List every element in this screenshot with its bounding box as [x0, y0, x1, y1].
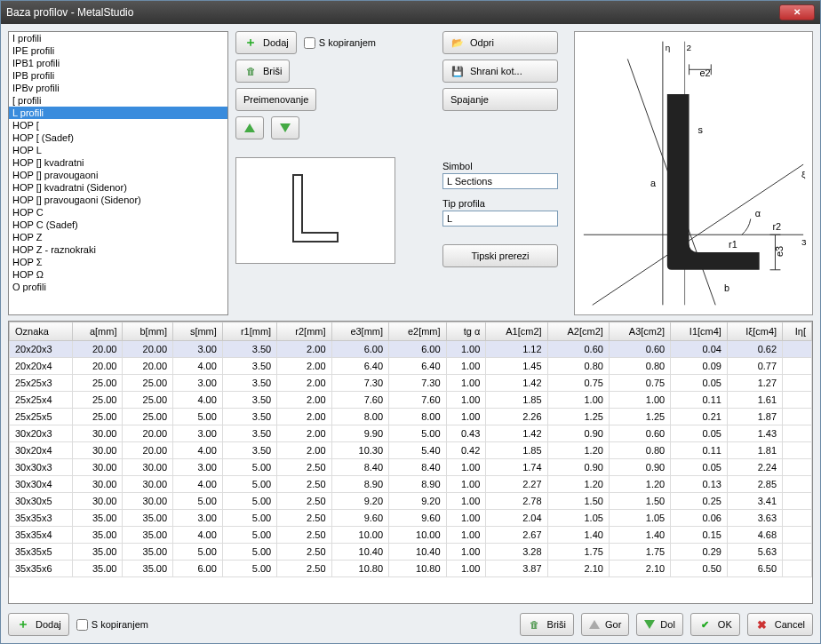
table-row[interactable]: 35x35x535.0035.005.005.002.5010.4010.401… [10, 544, 812, 561]
add-button-label: Dodaj [263, 37, 289, 48]
type-input[interactable] [442, 211, 558, 227]
column-header[interactable]: A2[cm2] [547, 322, 609, 341]
table-row[interactable]: 30x30x530.0030.005.005.002.509.209.201.0… [10, 493, 812, 510]
table-row[interactable]: 20x20x320.0020.003.003.502.006.006.001.0… [10, 341, 812, 358]
copy-checkbox-wrap[interactable]: S kopiranjem [304, 37, 376, 49]
table-cell: 35.00 [123, 510, 173, 527]
profile-data-table[interactable]: Oznakaa[mm]b[mm]s[mm]r1[mm]r2[mm]e3[mm]e… [8, 321, 813, 604]
arrow-up-icon [589, 620, 600, 629]
profile-list-item[interactable]: O profili [9, 281, 227, 293]
profile-list-item[interactable]: HOP C [9, 206, 227, 219]
column-header[interactable]: a[mm] [72, 322, 123, 341]
move-up-button[interactable] [235, 116, 264, 139]
table-row[interactable]: 35x35x335.0035.003.005.002.509.609.601.0… [10, 510, 812, 527]
table-row[interactable]: 35x35x635.0035.006.005.002.5010.8010.801… [10, 561, 812, 577]
column-header[interactable]: e2[mm] [389, 322, 447, 341]
profile-list-item[interactable]: I profili [9, 32, 227, 44]
table-cell: 30.00 [72, 493, 123, 510]
table-cell: 10.80 [331, 561, 389, 577]
table-row[interactable]: 30x30x430.0030.004.005.002.508.908.901.0… [10, 476, 812, 493]
bottom-up-button[interactable]: Gor [581, 613, 629, 636]
table-cell: 20.00 [123, 358, 173, 375]
table-cell: 25x25x4 [10, 392, 73, 409]
table-cell: 1.00 [446, 561, 486, 577]
profile-list-item[interactable]: HOP Z [9, 231, 227, 243]
table-row[interactable]: 25x25x325.0025.003.003.502.007.307.301.0… [10, 375, 812, 392]
rename-button[interactable]: Preimenovanje [235, 88, 316, 111]
table-cell: 0.05 [671, 375, 728, 392]
add-button[interactable]: ＋ Dodaj [235, 31, 297, 54]
table-cell: 35.00 [72, 561, 123, 577]
table-row[interactable]: 30x30x330.0030.003.005.002.508.408.401.0… [10, 459, 812, 476]
cancel-button[interactable]: ✖ Cancel [747, 613, 813, 636]
column-header[interactable]: Iη[ [783, 322, 812, 341]
table-cell: 3.00 [173, 425, 223, 442]
profile-list-item[interactable]: HOP [ (Sadef) [9, 131, 227, 144]
open-button[interactable]: 📂 Odpri [442, 31, 558, 54]
table-row[interactable]: 30x20x430.0020.004.003.502.0010.305.400.… [10, 442, 812, 459]
profile-list-item[interactable]: IPE profili [9, 44, 227, 57]
table-cell: 8.90 [389, 476, 447, 493]
column-header[interactable]: r1[mm] [222, 322, 276, 341]
profile-list-item[interactable]: HOP Z - raznokraki [9, 243, 227, 256]
profile-list-item[interactable]: L profili [9, 107, 227, 119]
copy-checkbox-label: S kopiranjem [319, 37, 376, 48]
column-header[interactable]: s[mm] [173, 322, 223, 341]
save-as-button[interactable]: 💾 Shrani kot... [442, 60, 558, 83]
table-cell: 1.00 [446, 510, 486, 527]
table-row[interactable]: 30x20x330.0020.003.003.502.009.905.000.4… [10, 425, 812, 442]
column-header[interactable]: A3[cm2] [609, 322, 670, 341]
column-header[interactable]: A1[cm2] [486, 322, 547, 341]
table-row[interactable]: 25x25x425.0025.004.003.502.007.607.601.0… [10, 392, 812, 409]
column-header[interactable]: e3[mm] [331, 322, 389, 341]
table-row[interactable]: 25x25x525.0025.005.003.502.008.008.001.0… [10, 409, 812, 425]
table-cell [783, 375, 812, 392]
close-button[interactable]: ✕ [779, 4, 815, 20]
table-cell: 35.00 [123, 561, 173, 577]
merge-button[interactable]: Spajanje [442, 88, 558, 111]
profile-list-item[interactable]: HOP L [9, 144, 227, 156]
symbol-input[interactable] [442, 173, 558, 189]
table-cell: 0.75 [609, 375, 670, 392]
profile-list-item[interactable]: IPBv profili [9, 82, 227, 94]
delete-button-label: Briši [263, 66, 282, 76]
column-header[interactable]: r2[mm] [277, 322, 331, 341]
table-cell: 5.00 [389, 425, 447, 442]
profile-list-item[interactable]: HOP [] kvadratni [9, 156, 227, 169]
copy-checkbox[interactable] [304, 37, 315, 49]
profile-list-item[interactable]: IPB1 profili [9, 57, 227, 69]
profile-list-item[interactable]: HOP [] pravougaoni (Sidenor) [9, 194, 227, 206]
column-header[interactable]: Iξ[cm4] [727, 322, 782, 341]
titlebar: Baza profilov - MetalStudio ✕ [1, 1, 820, 24]
column-header[interactable]: tg α [446, 322, 486, 341]
bottom-down-button[interactable]: Dol [636, 613, 683, 636]
table-cell: 1.12 [486, 341, 547, 358]
profile-list-item[interactable]: HOP [ [9, 119, 227, 131]
column-header[interactable]: b[mm] [123, 322, 173, 341]
bottom-copy-checkbox-wrap[interactable]: S kopiranjem [76, 619, 148, 631]
type-label: Tip profila [442, 198, 567, 209]
table-cell: 0.11 [671, 392, 728, 409]
profile-type-list[interactable]: I profiliIPE profiliIPB1 profiliIPB prof… [8, 31, 228, 315]
move-down-button[interactable] [271, 116, 299, 139]
profile-list-item[interactable]: [ profili [9, 94, 227, 107]
bottom-delete-button[interactable]: 🗑 Briši [520, 613, 574, 636]
profile-list-item[interactable]: HOP [] kvadratni (Sidenor) [9, 181, 227, 194]
ok-button[interactable]: ✔ OK [690, 613, 740, 636]
table-row[interactable]: 20x20x420.0020.004.003.502.006.406.401.0… [10, 358, 812, 375]
profile-list-item[interactable]: HOP Σ [9, 256, 227, 268]
column-header[interactable]: I1[cm4] [671, 322, 728, 341]
bottom-add-button[interactable]: ＋ Dodaj [8, 613, 69, 636]
delete-button[interactable]: 🗑 Briši [235, 60, 290, 83]
column-header[interactable]: Oznaka [10, 322, 73, 341]
profile-list-item[interactable]: HOP C (Sadef) [9, 219, 227, 231]
bottom-delete-label: Briši [547, 619, 566, 630]
profile-list-item[interactable]: IPB profili [9, 69, 227, 82]
table-row[interactable]: 35x35x435.0035.004.005.002.5010.0010.001… [10, 527, 812, 544]
typical-sections-button[interactable]: Tipski prerezi [442, 244, 558, 267]
profile-list-item[interactable]: HOP Ω [9, 268, 227, 281]
profile-list-item[interactable]: HOP [] pravougaoni [9, 169, 227, 181]
bottom-copy-checkbox[interactable] [76, 619, 88, 631]
table-cell: 1.00 [609, 392, 670, 409]
table-cell: 1.00 [446, 544, 486, 561]
